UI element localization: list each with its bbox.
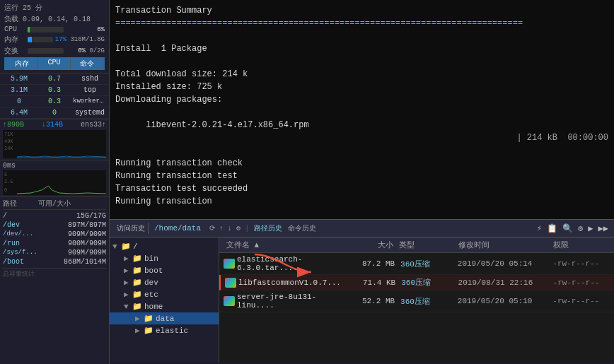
terminal-line: Install 1 Package	[115, 42, 608, 55]
col-header-perm[interactable]: 权限	[550, 240, 610, 250]
folder-icon: 📁	[132, 278, 142, 287]
terminal-line	[115, 55, 608, 68]
net-up: ↑890B	[3, 121, 24, 129]
terminal-line: Running transaction test	[115, 170, 608, 182]
terminal-area[interactable]: Transaction Summary ====================…	[110, 0, 614, 219]
disk-footer: 总容量统计	[3, 268, 106, 278]
cpu-bar-container	[28, 27, 64, 33]
folder-icon: 📁	[132, 290, 142, 299]
expand-icon: ▼	[124, 303, 132, 311]
file-type: 360压缩	[401, 277, 458, 288]
folder-icon: 📁	[132, 266, 142, 275]
left-panel: 运行 25 分 负载 0.09, 0.14, 0.18 CPU 6% 内存 17…	[0, 0, 110, 364]
terminal-line: Transaction Summary	[115, 4, 608, 17]
file-row[interactable]: elasticsearch-6.3.0.tar.... 87.2 MB 360压…	[219, 253, 614, 275]
file-date: 2019/08/31 22:16	[458, 278, 553, 287]
tree-item-data[interactable]: ▶ 📁 data	[110, 312, 219, 324]
terminal-line: Installing : libevent-2.0.21-4.el7.x86_6…	[129, 208, 608, 219]
terminal-line: libevent-2.0.21-4.el7.x86_64.rpm | 214 k…	[115, 106, 608, 157]
cpu-bar	[28, 27, 30, 33]
net-interface: ens33↑	[81, 121, 106, 129]
process-header: 内存 CPU 命令	[4, 57, 105, 70]
tree-elastic-label: elastic	[156, 327, 188, 335]
mem-label: 内存	[4, 35, 25, 45]
settings-icon[interactable]: ⚙	[577, 223, 584, 234]
tree-item-dev[interactable]: ▶ 📁 dev	[110, 276, 219, 288]
process-row[interactable]: 5.9M 0.7 sshd	[0, 74, 109, 85]
network-stats: ↑890B ↓314B ens33↑	[3, 121, 106, 129]
file-list: 文件名 ▲ 大小 类型 修改时间 权限 elasticsearch-6.3.0.…	[219, 237, 614, 363]
network-area: ↑890B ↓314B ens33↑ 71K 49K 24K	[0, 119, 109, 160]
file-date: 2019/05/20 05:14	[458, 259, 553, 268]
file-manager: ▼ 📁 / ▶ 📁 bin ▶ 📁 boot ▶ 📁 dev ▶ 📁	[110, 237, 614, 363]
svg-text:71K: 71K	[4, 131, 13, 137]
proc-cpu: 0.7	[37, 74, 72, 83]
file-size: 87.2 MB	[337, 259, 400, 268]
proc-mem: 3.1M	[1, 86, 37, 95]
tree-data-label: data	[156, 315, 174, 323]
folder-icon: 📁	[144, 326, 154, 335]
folder-icon: 📁	[132, 254, 142, 263]
terminal-line: Downloading packages:	[115, 93, 608, 106]
tree-dev-label: dev	[144, 278, 158, 287]
proc-header-mem: 内存	[6, 58, 38, 69]
disk-row: /sys/f... 909M/909M	[3, 248, 106, 257]
process-row[interactable]: 0 0.3 kworker/0	[0, 96, 109, 107]
proc-cpu: 0.3	[37, 97, 72, 106]
col-header-type[interactable]: 类型	[396, 240, 456, 250]
file-perm: -rw-r--r--	[552, 297, 610, 305]
tree-item-home[interactable]: ▼ 📁 home	[110, 300, 219, 312]
tree-root-label: /	[133, 242, 138, 251]
tree-home-label: home	[144, 303, 163, 311]
search-icon[interactable]: 🔍	[561, 223, 574, 234]
process-row[interactable]: 6.4M 0 systemd	[0, 107, 109, 119]
fast-forward-icon[interactable]: ▶▶	[597, 223, 610, 234]
disk-header: 路径 可用/大小	[3, 199, 106, 210]
mem-stat: 内存 17% 316M/1.8G	[4, 35, 105, 45]
col-header-size[interactable]: 大小	[337, 240, 396, 250]
terminal-line: ========================================…	[115, 17, 608, 30]
col-header-name[interactable]: 文件名 ▲	[224, 240, 337, 250]
swap-bar-container	[28, 48, 64, 54]
tree-item-elastic[interactable]: ▶ 📁 elastic	[110, 324, 219, 336]
file-perm: -rw-r--r--	[553, 278, 610, 287]
path-history-btn[interactable]: 路径历史	[254, 223, 282, 233]
refresh-btn[interactable]: ⟳ ↑ ↓ ⊕	[209, 224, 241, 233]
tree-item-etc[interactable]: ▶ 📁 etc	[110, 288, 219, 300]
disk-row: /dev/... 909M/909M	[3, 230, 106, 239]
lightning-icon[interactable]: ⚡	[535, 223, 543, 234]
history-btn[interactable]: 访问历史	[114, 223, 149, 234]
tree-item-boot[interactable]: ▶ 📁 boot	[110, 264, 219, 276]
proc-cmd: kworker/0	[72, 97, 108, 106]
latency-label: 0ms	[3, 162, 16, 170]
process-row[interactable]: 3.1M 0.3 top	[0, 85, 109, 96]
file-row[interactable]: server-jre-8u131-linu.... 52.2 MB 360压缩 …	[219, 290, 614, 312]
mem-bar-container	[28, 37, 53, 42]
terminal-line: Total download size: 214 k	[115, 68, 608, 81]
uptime: 运行 25 分	[4, 3, 105, 13]
col-header-date[interactable]: 修改时间	[456, 240, 551, 250]
current-path: /home/data	[151, 223, 204, 233]
file-type: 360压缩	[400, 259, 458, 269]
copy-icon[interactable]: 📋	[545, 223, 559, 234]
latency-chart: 5 2.5 0	[3, 170, 106, 195]
file-list-header: 文件名 ▲ 大小 类型 修改时间 权限	[219, 237, 614, 253]
file-row-highlighted[interactable]: libfastcommonV1.0.7.... 71.4 KB 360压缩 20…	[219, 275, 614, 290]
expand-icon: ▼	[112, 242, 121, 251]
terminal-line	[115, 30, 608, 42]
tree-item-root[interactable]: ▼ 📁 /	[110, 240, 219, 252]
svg-text:49K: 49K	[4, 139, 13, 144]
mem-value: 17% 316M/1.8G	[55, 36, 105, 43]
file-icon-360	[225, 278, 236, 288]
proc-header-cpu: CPU	[38, 58, 71, 69]
folder-icon: 📁	[132, 302, 142, 311]
cpu-label: CPU	[4, 25, 25, 33]
terminal-line: Running transaction	[115, 195, 608, 208]
file-name: libfastcommonV1.0.7....	[225, 278, 339, 288]
play-icon[interactable]: ▶	[586, 223, 594, 234]
proc-mem: 6.4M	[1, 108, 37, 117]
cpu-stat: CPU 6%	[4, 25, 105, 33]
expand-icon: ▶	[135, 314, 144, 323]
proc-cmd: systemd	[72, 108, 108, 117]
tree-item-bin[interactable]: ▶ 📁 bin	[110, 252, 219, 264]
